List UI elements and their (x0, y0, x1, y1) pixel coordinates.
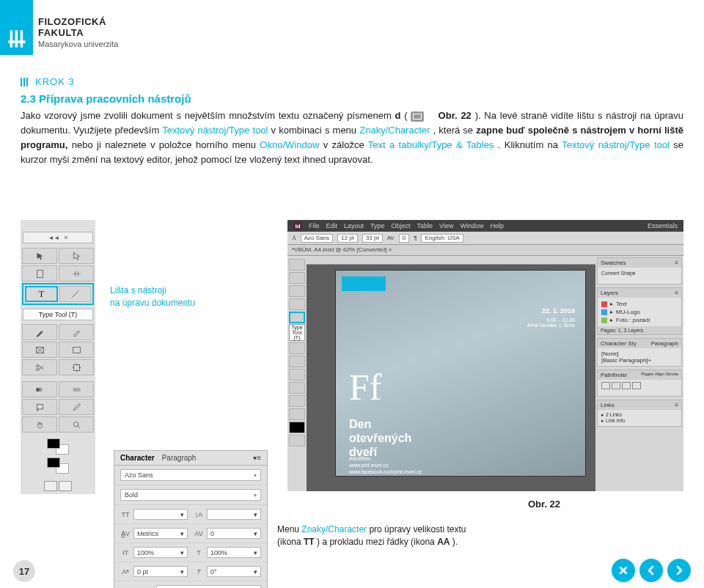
ws-gap-icon[interactable] (289, 298, 305, 310)
zoom-tool-icon[interactable] (59, 416, 94, 433)
svg-rect-4 (37, 270, 43, 277)
menu-table[interactable]: Table (417, 222, 433, 229)
ws-gradient-icon[interactable] (289, 382, 305, 394)
tab-character[interactable]: Character (120, 454, 155, 462)
leading-field[interactable]: ▾ (207, 509, 261, 520)
callout-line1: Lišta s nástroji (110, 284, 195, 297)
transform-icon[interactable] (59, 359, 94, 375)
path-int-icon[interactable] (622, 382, 631, 389)
ws-zoom-icon[interactable] (289, 408, 305, 420)
menu-help[interactable]: Help (490, 222, 504, 229)
gradient-feather-icon[interactable] (59, 381, 94, 397)
charstyle-basic[interactable]: [Basic Paragraph]+ (601, 357, 678, 364)
ctrl-font[interactable]: Azo Sans (301, 234, 333, 243)
pathfinder-panel[interactable]: PathfinderPages Align Stroke (597, 370, 682, 397)
baseline-field[interactable]: 0 pt▾ (133, 566, 188, 577)
menu-object[interactable]: Object (392, 222, 411, 229)
type-tool-icon[interactable]: T (25, 286, 58, 302)
menu-layout[interactable]: Layout (344, 222, 364, 229)
prev-button[interactable] (639, 559, 663, 582)
font-family-field[interactable]: Azo Sans▾ (120, 469, 261, 481)
font-size-field[interactable]: ▾ (133, 509, 188, 520)
ws-pen-icon[interactable] (289, 342, 305, 354)
tracking-field[interactable]: 0▾ (207, 528, 261, 539)
hand-tool-icon[interactable] (22, 416, 57, 433)
ctrl-size[interactable]: 12 pt (337, 234, 358, 243)
document-tab[interactable]: *VBÚM, A4.indd @ 62% [Converted] × (287, 245, 683, 256)
swatches-content: Convert Shape (598, 268, 681, 284)
ws-toolbox: Type Tool (T) (287, 256, 307, 491)
gap-tool-icon[interactable] (59, 265, 94, 282)
kerning-field[interactable]: Metrics▾ (133, 528, 188, 539)
inline-doc-icon (411, 111, 424, 122)
gradient-tool-icon[interactable] (22, 381, 57, 397)
close-button[interactable] (612, 559, 635, 582)
ws-swatch-icon[interactable] (289, 422, 305, 433)
callout-line2: na úpravu dokumentu (110, 297, 195, 309)
hscale-field[interactable]: 100%▾ (207, 547, 261, 558)
menu-type[interactable]: Type (370, 222, 385, 229)
ws-page-icon[interactable] (289, 285, 305, 297)
panel-menu-icon[interactable]: ▾≡ (253, 454, 261, 462)
charstyle-none[interactable]: [None] (601, 350, 678, 357)
layer-text[interactable]: ▸ Text (601, 300, 678, 308)
layer-foto[interactable]: ▸ Foto : pozadí (601, 316, 678, 324)
language-field[interactable]: English: USA▾ (156, 585, 261, 588)
links-panel[interactable]: Links≡ ▸ 2 Links▸ Link Info (597, 400, 682, 427)
ws-hand-icon[interactable] (289, 395, 305, 407)
character-panel[interactable]: Character Paragraph ▾≡ Azo Sans▾ Bold▾ T… (114, 450, 268, 588)
swatches-panel[interactable]: Swatches≡ Convert Shape (597, 257, 682, 284)
charstyles-panel[interactable]: Character StyParagraph [None] [Basic Par… (597, 338, 682, 367)
page-ff: Ff (349, 366, 381, 408)
step-label: KROK 3 (21, 76, 75, 87)
eyedropper-icon[interactable] (59, 399, 94, 415)
path-exc-icon[interactable] (632, 382, 641, 389)
direct-selection-icon[interactable] (59, 248, 94, 264)
svg-rect-1 (15, 30, 18, 47)
selection-tool-icon[interactable] (22, 248, 57, 264)
ws-dsel-icon[interactable] (289, 272, 305, 284)
fill-stroke-swatch[interactable] (47, 438, 69, 455)
ws-canvas[interactable]: 22. 1. 2016 9.00 – 13.00 Arna Nováka 1, … (307, 256, 595, 491)
pencil-tool-icon[interactable] (59, 324, 94, 340)
font-weight-field[interactable]: Bold▾ (120, 489, 261, 501)
ws-view-icon[interactable] (289, 435, 305, 446)
caption-link-character: Znaky/Character (301, 524, 367, 534)
ctrl-lang[interactable]: English: USA (421, 234, 463, 243)
line-tool-icon[interactable] (59, 286, 91, 302)
ws-sel-icon[interactable] (289, 259, 305, 271)
path-add-icon[interactable] (601, 382, 610, 389)
ws-type-tool-icon[interactable] (289, 312, 305, 323)
menu-window[interactable]: Window (460, 222, 483, 229)
default-colors-swatch[interactable] (47, 457, 69, 474)
tab-paragraph[interactable]: Paragraph (162, 454, 197, 462)
ctrl-leading[interactable]: 33 pt (362, 234, 383, 243)
university-logo-icon (7, 29, 27, 49)
next-button[interactable] (667, 559, 691, 582)
menu-view[interactable]: View (439, 222, 453, 229)
rect-tool-icon[interactable] (59, 342, 94, 358)
document-page[interactable]: 22. 1. 2016 9.00 – 13.00 Arna Nováka 1, … (336, 271, 585, 476)
menu-edit[interactable]: Edit (326, 222, 338, 229)
rect-frame-icon[interactable] (22, 342, 57, 358)
pen-tool-icon[interactable] (22, 324, 57, 340)
page-tool-icon[interactable] (22, 265, 57, 282)
faculty-line3: Masarykova univerzita (38, 40, 118, 48)
workspace-switcher[interactable]: Essentials (648, 222, 678, 229)
preview-view-icon[interactable] (59, 481, 72, 491)
tt-size-icon: TT (120, 510, 131, 520)
vscale-field[interactable]: 100%▾ (133, 547, 188, 558)
layer-logo[interactable]: ▸ MU-Logo (601, 308, 678, 316)
menu-file[interactable]: File (309, 222, 320, 229)
note-tool-icon[interactable] (22, 399, 57, 415)
layers-panel[interactable]: Layers≡ ▸ Text ▸ MU-Logo ▸ Foto : pozadí… (597, 287, 682, 335)
path-sub-icon[interactable] (612, 382, 620, 389)
svg-rect-12 (37, 404, 43, 409)
skew-field[interactable]: 0°▾ (207, 566, 261, 577)
normal-view-icon[interactable] (44, 481, 57, 491)
scissors-icon[interactable] (22, 359, 57, 375)
ctrl-tracking[interactable]: 0 (399, 234, 409, 243)
ws-scissors-icon[interactable] (289, 369, 305, 381)
indesign-screenshot: Id File Edit Layout Type Object Table Vi… (287, 220, 683, 491)
ws-rect-icon[interactable] (289, 356, 305, 367)
